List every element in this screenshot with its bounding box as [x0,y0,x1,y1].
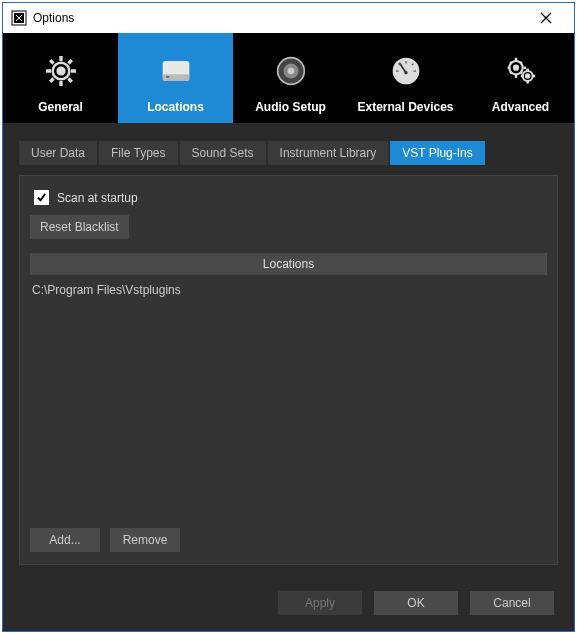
tab-external-devices[interactable]: External Devices [348,33,463,123]
locations-page: User Data File Types Sound Sets Instrume… [3,123,574,579]
ok-button[interactable]: OK [374,591,458,615]
titlebar: Options [3,3,574,33]
subtab-instrument-library[interactable]: Instrument Library [268,141,389,165]
tab-label: Audio Setup [255,100,326,114]
panel-footer: Add... Remove [30,528,547,552]
svg-point-12 [513,66,517,70]
subtab-file-types[interactable]: File Types [99,141,177,165]
tab-locations[interactable]: Locations [118,33,233,123]
content-area: General Locations Audio Setup External D… [3,33,574,631]
options-dialog: Options General Locations [2,2,575,632]
gear-icon [38,48,84,94]
apply-button[interactable]: Apply [278,591,362,615]
scan-checkbox[interactable] [34,190,49,205]
subtab-vst-plugins[interactable]: VST Plug-Ins [390,141,484,165]
svg-rect-4 [162,74,189,81]
sub-tab-bar: User Data File Types Sound Sets Instrume… [19,141,558,165]
window-title: Options [33,11,526,25]
list-item[interactable]: C:\Program Files\Vstplugins [32,281,545,299]
svg-point-14 [526,74,529,77]
svg-point-8 [287,68,294,75]
locations-header: Locations [30,253,547,275]
tab-label: General [38,100,83,114]
app-icon [11,10,27,26]
vst-panel: Scan at startup Reset Blacklist Location… [19,175,558,565]
speaker-icon [268,48,314,94]
remove-button[interactable]: Remove [110,528,180,552]
add-button[interactable]: Add... [30,528,100,552]
reset-blacklist-button[interactable]: Reset Blacklist [30,215,129,239]
scan-at-startup-row: Scan at startup [34,190,547,205]
gauge-icon [383,48,429,94]
locations-list[interactable]: C:\Program Files\Vstplugins [30,275,547,518]
disk-icon [153,48,199,94]
dialog-footer: Apply OK Cancel [3,579,574,631]
tab-label: Locations [147,100,204,114]
tab-audio-setup[interactable]: Audio Setup [233,33,348,123]
cancel-button[interactable]: Cancel [470,591,554,615]
gears-icon [498,48,544,94]
svg-point-10 [404,71,407,74]
tab-label: External Devices [357,100,453,114]
tab-advanced[interactable]: Advanced [463,33,577,123]
tab-label: Advanced [492,100,549,114]
scan-checkbox-label: Scan at startup [57,191,138,205]
main-tab-bar: General Locations Audio Setup External D… [3,33,574,123]
svg-point-2 [57,68,64,75]
tab-general[interactable]: General [3,33,118,123]
subtab-sound-sets[interactable]: Sound Sets [180,141,266,165]
close-button[interactable] [526,4,566,32]
subtab-user-data[interactable]: User Data [19,141,97,165]
svg-rect-5 [166,76,169,78]
